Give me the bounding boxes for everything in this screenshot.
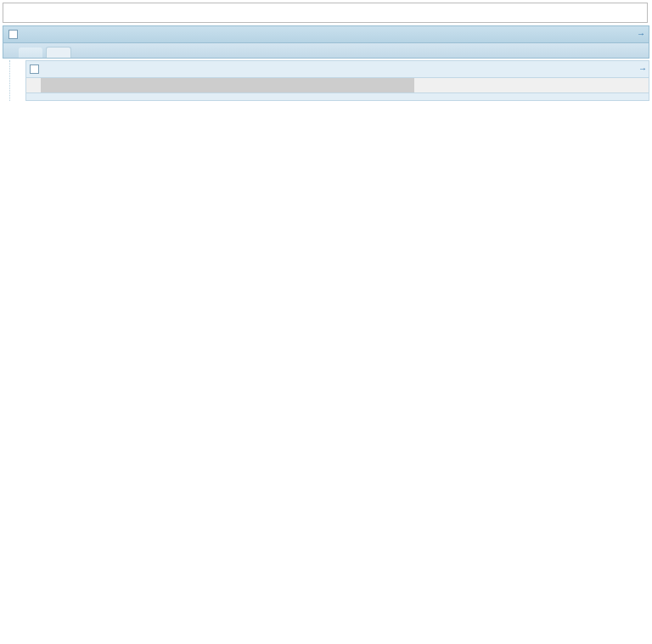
expanded-group: → <box>9 60 649 101</box>
scroll-left-icon[interactable] <box>26 78 41 92</box>
horizontal-scrollbar[interactable] <box>25 78 649 93</box>
tab-methods[interactable] <box>46 47 71 58</box>
tab-bar <box>3 43 649 59</box>
notes-input[interactable] <box>3 3 648 23</box>
property-full-value <box>25 93 649 101</box>
collapse-icon[interactable] <box>8 30 18 39</box>
scroll-track[interactable] <box>41 78 634 92</box>
object-header[interactable]: → <box>3 25 649 43</box>
scroll-thumb[interactable] <box>41 78 414 92</box>
property-row-post-content[interactable]: → <box>25 60 649 78</box>
collapse-icon[interactable] <box>30 64 39 74</box>
scroll-right-icon[interactable] <box>634 78 649 92</box>
debug-container: → → <box>3 25 649 101</box>
arrow-right-icon: → <box>640 64 645 74</box>
arrow-right-icon: → <box>638 30 644 39</box>
tab-contents[interactable] <box>19 48 42 58</box>
